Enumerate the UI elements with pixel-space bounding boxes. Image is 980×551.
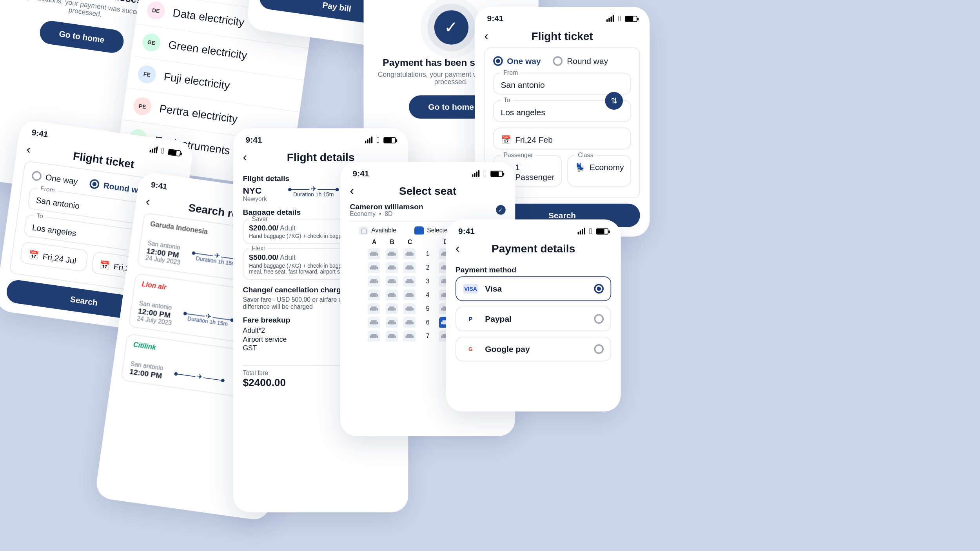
status-time: 9:41 [246,135,262,145]
svg-rect-38 [387,294,389,297]
provider-logo: FE [137,64,157,84]
provider-name: Pertra electricity [159,103,238,126]
seat-icon: 💺 [575,163,585,172]
seat[interactable] [385,317,398,328]
payment-name: Visa [485,284,502,294]
go-home-button[interactable]: Go to home [38,20,125,54]
wifi-icon: 􀙇 [618,14,621,24]
svg-rect-72 [369,335,371,338]
svg-rect-36 [369,294,371,297]
seat[interactable] [367,317,380,328]
svg-rect-42 [441,294,442,297]
swap-button[interactable]: ⇅ [605,92,623,110]
payment-method-visa[interactable]: VISAVisa [456,276,611,301]
status-time: 9:41 [458,227,475,236]
svg-rect-15 [394,267,396,270]
svg-rect-0 [369,253,371,256]
seat[interactable] [385,248,398,259]
seat[interactable] [403,317,416,328]
svg-rect-78 [441,335,442,338]
provider-logo: PE [132,96,152,116]
airline-name: Lion air [140,280,167,301]
depart-info: San antonio 12:00 PM 24 July 2023 [145,239,183,266]
svg-rect-40 [405,294,407,297]
seat[interactable] [403,276,416,287]
seat[interactable] [367,290,380,301]
seat[interactable] [403,248,416,259]
seat-col-label: C [403,239,417,246]
svg-rect-73 [376,335,378,338]
radio-indicator [594,344,604,354]
seat[interactable] [403,262,416,273]
payment-name: Paypal [485,314,512,324]
payment-method-google-pay[interactable]: GGoogle pay [456,337,611,361]
svg-rect-48 [369,308,371,311]
svg-rect-16 [405,267,407,270]
seat[interactable] [385,331,398,342]
depart-date-field[interactable]: 📅Fri,24 Jul [20,241,88,272]
row-number: 1 [421,250,435,257]
svg-rect-26 [387,281,389,283]
payment-logo: P [463,314,478,324]
svg-rect-41 [412,294,414,297]
svg-rect-54 [441,308,442,311]
plane-icon: ✈ [204,312,213,321]
seat[interactable] [367,248,380,259]
from-city: Newyork [243,196,267,203]
page-title: Flight ticket [485,30,640,42]
row-number: 6 [421,319,435,326]
svg-rect-75 [394,335,396,338]
svg-rect-3 [394,253,396,256]
screen-payment-details: 9:41􀙇 ‹ Payment details Payment method V… [446,219,621,411]
radio-round-way[interactable]: Round way [553,56,608,66]
svg-rect-6 [441,253,442,256]
provider-logo: GE [142,33,162,53]
seat[interactable] [385,303,398,314]
svg-rect-5 [412,253,414,256]
svg-rect-65 [412,322,414,324]
duration-info: ✈ Duration 1h 15m [183,313,232,328]
passenger-name: Cameron williamson [350,202,423,210]
from-field[interactable]: FromSan antonio [493,73,631,95]
svg-rect-63 [394,322,396,324]
provider-name: Fuji electricity [163,71,230,92]
seat[interactable] [367,331,380,342]
svg-rect-49 [376,308,378,311]
provider-logo: DE [146,0,166,20]
page-title: Select seat [350,185,506,198]
seat[interactable] [403,331,416,342]
plane-icon: ✈ [309,185,318,193]
provider-name: Data electricity [172,7,245,29]
payment-method-section: Payment method [456,265,611,274]
svg-rect-39 [394,294,396,297]
status-bar: 9:41 􀙇 [475,7,650,26]
seat[interactable] [385,262,398,273]
status-time: 9:41 [353,169,369,179]
seat[interactable] [385,290,398,301]
calendar-icon: 📅 [501,135,511,145]
payment-logo: VISA [463,284,478,294]
radio-one-way[interactable]: One way [493,56,541,66]
seat[interactable] [367,303,380,314]
svg-rect-29 [412,281,414,283]
battery-icon [625,15,637,22]
class-field[interactable]: Class 💺Economy [568,155,632,187]
row-number: 7 [421,333,435,340]
seat[interactable] [403,290,416,301]
svg-rect-27 [394,281,396,283]
seat[interactable] [367,262,380,273]
page-title: Payment details [456,243,611,255]
seat[interactable] [403,303,416,314]
radio-one-way[interactable]: One way [31,170,78,187]
seat[interactable] [367,276,380,287]
seat[interactable] [385,276,398,287]
plane-icon: ✈ [212,251,221,260]
status-time: 9:41 [487,14,504,24]
provider-name: Green electricity [167,39,248,62]
payment-method-paypal[interactable]: PPaypal [456,306,611,331]
depart-info: San antonio 12:00 PM 24 July 2023 [136,300,174,326]
date-field[interactable]: 📅Fri,24 Feb [493,128,631,150]
plane-icon: ✈ [195,372,204,381]
svg-rect-74 [387,335,389,338]
svg-rect-4 [405,253,407,256]
